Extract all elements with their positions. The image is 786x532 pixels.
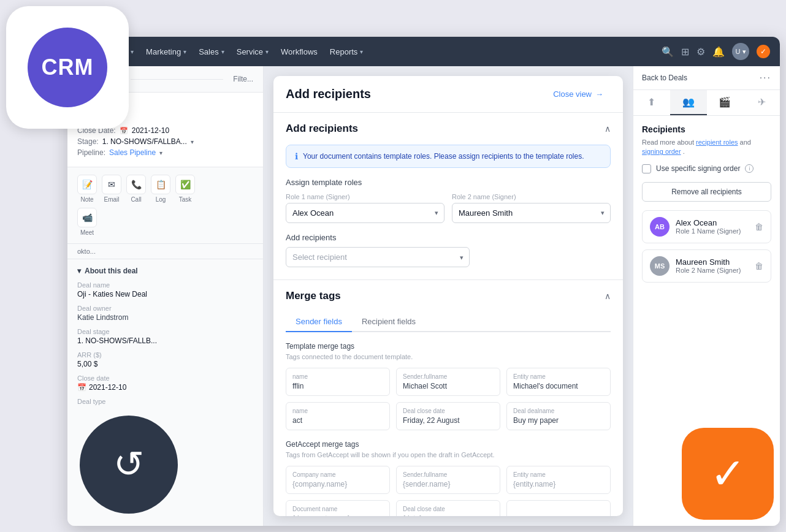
remove-all-recipients-button[interactable]: Remove all recipients bbox=[642, 182, 771, 202]
section-chevron-icon: ∧ bbox=[605, 124, 611, 134]
signing-order-checkbox[interactable] bbox=[642, 164, 651, 173]
recipient-info-0: Alex Ocean Role 1 Name (Signer) bbox=[676, 218, 749, 235]
add-recipients-content: ℹ Your document contains template roles.… bbox=[273, 145, 623, 279]
filter-divider bbox=[131, 79, 223, 80]
top-nav: Conversations ▾ Marketing ▾ Sales ▾ Serv… bbox=[67, 37, 780, 66]
recipient-card-0: AB Alex Ocean Role 1 Name (Signer) 🗑 bbox=[642, 210, 771, 243]
signing-order-link[interactable]: signing order bbox=[642, 148, 681, 155]
getaccept-tag-5 bbox=[506, 500, 611, 516]
recipient-roles-link[interactable]: recipient roles bbox=[696, 139, 738, 146]
nav-sales[interactable]: Sales ▾ bbox=[199, 47, 224, 56]
about-deal-header[interactable]: ▾ About this deal bbox=[77, 267, 253, 275]
add-recipients-section: Add recipients ∧ ℹ Your document contain… bbox=[273, 113, 623, 280]
assign-template-label: Assign template roles bbox=[286, 178, 611, 187]
getaccept-tag-1: Sender.fullname {sender.name} bbox=[396, 466, 500, 494]
about-deal-section: ▾ About this deal Deal name Oji - Katies… bbox=[67, 259, 263, 419]
nav-workflows[interactable]: Workflows bbox=[281, 47, 318, 56]
pipeline-row: Pipeline: Sales Pipeline ▾ bbox=[77, 148, 253, 157]
template-merge-label: Template merge tags bbox=[286, 342, 611, 351]
recipient-name-1: Maureen Smith bbox=[676, 257, 749, 267]
nav-service[interactable]: Service ▾ bbox=[237, 47, 269, 56]
signing-order-row: Use specific signing order i bbox=[642, 164, 771, 173]
merge-tag-1: Sender.fullname Michael Scott bbox=[396, 368, 500, 396]
modal-title: Add recipients bbox=[286, 87, 371, 101]
nav-marketing[interactable]: Marketing ▾ bbox=[146, 47, 186, 56]
sync-overlay: ↺ bbox=[80, 416, 178, 514]
stage-row: Stage: 1. NO-SHOWS/FALLBA... ▾ bbox=[77, 137, 253, 146]
getaccept-tags-grid: Company name {company.name} Sender.fulln… bbox=[286, 466, 611, 516]
merge-tags-section-header[interactable]: Merge tags ∧ bbox=[273, 280, 623, 312]
role2-select[interactable]: Maureen Smith bbox=[452, 203, 611, 223]
task-button[interactable]: ✅ Task bbox=[175, 175, 195, 203]
panel-tab-upload[interactable]: ⬆ bbox=[633, 90, 670, 115]
panel-tab-recipients[interactable]: 👥 bbox=[670, 90, 707, 115]
merge-tag-4: Deal close date Friday, 22 August bbox=[396, 402, 500, 430]
back-to-deals-link[interactable]: Back to Deals bbox=[642, 74, 687, 82]
recipient-role-0: Role 1 Name (Signer) bbox=[676, 227, 749, 235]
deal-owner-field: Deal owner Katie Lindstrom bbox=[77, 305, 253, 322]
meet-button[interactable]: 📹 Meet bbox=[77, 208, 97, 236]
crm-app-icon: CRM bbox=[6, 6, 129, 129]
role2-label: Role 2 name (Signer) bbox=[452, 193, 611, 200]
getaccept-tag-2: Entity name {entity.name} bbox=[506, 466, 611, 494]
calendar-small-icon: 📅 bbox=[77, 383, 86, 392]
getaccept-tags-label: GetAccept merge tags bbox=[286, 440, 611, 449]
pipeline-chevron-icon: ▾ bbox=[159, 150, 162, 156]
recipients-icon: 👥 bbox=[682, 96, 695, 108]
log-button[interactable]: 📋 Log bbox=[151, 175, 170, 203]
signing-order-info-icon[interactable]: i bbox=[745, 164, 754, 173]
check-icon: ✓ bbox=[710, 452, 746, 495]
recipient-delete-1[interactable]: 🗑 bbox=[755, 261, 763, 271]
info-text: Your document contains template roles. P… bbox=[303, 152, 584, 161]
nav-reports[interactable]: Reports ▾ bbox=[330, 47, 364, 56]
okta-logo: okto... bbox=[67, 244, 263, 259]
merge-tag-2: Entity name Michael's document bbox=[506, 368, 611, 396]
role1-select[interactable]: Alex Ocean bbox=[286, 203, 445, 223]
close-view-button[interactable]: Close view → bbox=[546, 86, 611, 102]
send-icon: ✈ bbox=[758, 96, 766, 108]
merge-section-chevron-icon: ∧ bbox=[605, 291, 611, 301]
grid-icon[interactable]: ⊞ bbox=[681, 46, 689, 58]
deal-action-buttons: 📝 Note ✉ Email 📞 Call 📋 Log bbox=[77, 175, 253, 203]
marketing-chevron-icon: ▾ bbox=[183, 48, 186, 55]
note-button[interactable]: 📝 Note bbox=[77, 175, 97, 203]
email-button[interactable]: ✉ Email bbox=[102, 175, 121, 203]
more-options-button[interactable]: ··· bbox=[760, 72, 771, 83]
info-banner: ℹ Your document contains template roles.… bbox=[286, 145, 611, 168]
recipient-avatar-0: AB bbox=[650, 217, 670, 237]
deal-actions: 📝 Note ✉ Email 📞 Call 📋 Log bbox=[67, 167, 263, 244]
panel-body: Recipients Read more about recipient rol… bbox=[633, 116, 780, 297]
right-panel-header: Back to Deals ··· bbox=[633, 66, 780, 90]
panel-tab-send[interactable]: ✈ bbox=[743, 90, 780, 115]
recipient-fields-tab[interactable]: Recipient fields bbox=[352, 312, 425, 332]
add-recipients-select[interactable]: Select recipient bbox=[286, 247, 470, 267]
recipient-info-1: Maureen Smith Role 2 Name (Signer) bbox=[676, 257, 749, 274]
recipient-card-1: MS Maureen Smith Role 2 Name (Signer) 🗑 bbox=[642, 249, 771, 283]
notification-dot[interactable]: ✓ bbox=[757, 45, 770, 58]
call-button[interactable]: 📞 Call bbox=[126, 175, 146, 203]
template-merge-desc: Tags connected to the document template. bbox=[286, 353, 611, 360]
merge-tag-5: Deal dealname Buy my paper bbox=[506, 402, 611, 430]
user-avatar[interactable]: U ▾ bbox=[732, 43, 749, 60]
merge-section-content: Sender fields Recipient fields Template … bbox=[273, 312, 623, 516]
service-chevron-icon: ▾ bbox=[265, 48, 269, 55]
recipient-delete-0[interactable]: 🗑 bbox=[755, 222, 763, 232]
modal-container: Add recipients Close view → Add recipien… bbox=[273, 76, 623, 516]
filter-label: Filte... bbox=[233, 75, 253, 83]
search-icon[interactable]: 🔍 bbox=[662, 46, 674, 58]
check-overlay: ✓ bbox=[682, 428, 774, 520]
getaccept-tag-3: Document name {document.name} bbox=[286, 500, 390, 516]
merge-tag-0: name fflin bbox=[286, 368, 390, 396]
sender-fields-tab[interactable]: Sender fields bbox=[286, 312, 352, 332]
calendar-icon: 📅 bbox=[120, 127, 128, 135]
merge-tabs: Sender fields Recipient fields bbox=[286, 312, 611, 332]
panel-tab-video[interactable]: 🎬 bbox=[707, 90, 744, 115]
settings-icon[interactable]: ⚙ bbox=[696, 46, 705, 58]
deal-stage-field: Deal stage 1. NO-SHOWS/FALLB... bbox=[77, 328, 253, 345]
recipient-role-1: Role 2 Name (Signer) bbox=[676, 267, 749, 274]
panel-tabs: ⬆ 👥 🎬 ✈ bbox=[633, 90, 780, 116]
modal-overlay: Add recipients Close view → Add recipien… bbox=[264, 66, 633, 526]
add-recipients-section-header[interactable]: Add recipients ∧ bbox=[273, 113, 623, 145]
sales-chevron-icon: ▾ bbox=[221, 48, 224, 55]
bell-icon[interactable]: 🔔 bbox=[712, 46, 725, 58]
